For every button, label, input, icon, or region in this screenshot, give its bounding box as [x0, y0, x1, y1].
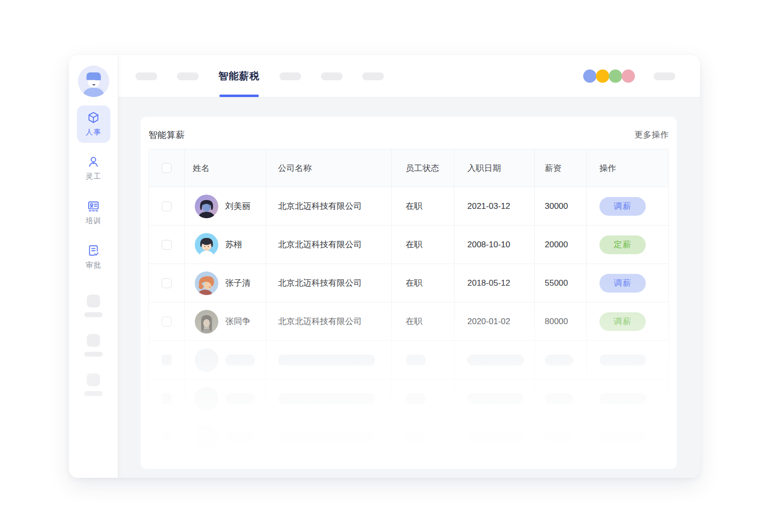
table-row: 张同争 北京北迈科技有限公司 在职 2020-01-02 80000 调薪: [149, 302, 668, 341]
column-header-name: 姓名: [185, 149, 266, 187]
salary: 55000: [535, 264, 587, 302]
tab-placeholder: [280, 72, 301, 80]
user-avatar[interactable]: [78, 66, 109, 97]
status-dot: [596, 69, 609, 83]
column-header-company: 公司名称: [266, 149, 392, 187]
card-header: 智能算薪 更多操作: [148, 117, 669, 149]
tab-placeholder: [321, 72, 343, 80]
table-header-row: 姓名 公司名称 员工状态 入职日期 薪资 操作: [149, 149, 668, 187]
id-card-icon: [87, 200, 100, 213]
skeleton-row: [149, 341, 668, 379]
app-window: 人事 灵工: [69, 55, 700, 478]
topbar-right: [583, 55, 675, 97]
hire-date: 2021-03-12: [454, 187, 535, 226]
row-checkbox[interactable]: [162, 240, 172, 250]
hire-date: 2018-05-12: [454, 264, 535, 302]
topbar-placeholder: [654, 72, 675, 80]
sidebar-item-label: 灵工: [86, 172, 102, 181]
row-checkbox[interactable]: [162, 201, 172, 211]
select-all-checkbox[interactable]: [162, 163, 172, 173]
adjust-salary-button[interactable]: 调薪: [599, 274, 646, 293]
avatar: [195, 233, 218, 257]
column-header-status: 员工状态: [392, 149, 454, 187]
sidebar-skeleton-item: [84, 334, 103, 357]
active-tab-underline: [219, 95, 259, 97]
employee-status: 在职: [392, 264, 454, 302]
adjust-salary-button[interactable]: 调薪: [599, 197, 646, 216]
salary: 20000: [535, 226, 587, 264]
skeleton-row: [149, 379, 668, 418]
table-row: 苏栩 北京北迈科技有限公司 在职 2008-10-10 20000 定薪: [149, 226, 668, 264]
employee-status: 在职: [392, 226, 454, 264]
avatar: [195, 310, 218, 333]
sidebar-item-hr[interactable]: 人事: [77, 105, 110, 143]
sidebar-item-label: 培训: [86, 216, 102, 226]
status-dot: [583, 69, 596, 83]
company-name: 北京北迈科技有限公司: [266, 187, 392, 226]
tab-bar: 智能薪税: [136, 55, 384, 97]
payroll-table: 姓名 公司名称 员工状态 入职日期 薪资 操作: [148, 149, 669, 457]
tab-placeholder: [362, 72, 384, 80]
company-name: 北京北迈科技有限公司: [266, 302, 392, 341]
salary: 30000: [535, 187, 587, 226]
sidebar-skeleton-item: [84, 373, 103, 396]
row-checkbox[interactable]: [162, 317, 172, 327]
employee-name: 张同争: [225, 316, 250, 327]
sidebar-skeleton-items: [84, 295, 103, 413]
column-header-hire-date: 入职日期: [454, 149, 535, 187]
more-actions-link[interactable]: 更多操作: [634, 129, 669, 140]
table-row: 张子清 北京北迈科技有限公司 在职 2018-05-12 55000 调薪: [149, 264, 668, 302]
employee-status: 在职: [392, 302, 454, 341]
row-checkbox[interactable]: [162, 278, 172, 288]
employee-name: 张子清: [225, 277, 250, 289]
tab-placeholder: [177, 72, 199, 80]
sidebar-item-training[interactable]: 培训: [77, 194, 110, 232]
cube-icon: [87, 111, 100, 124]
sidebar: 人事 灵工: [69, 55, 118, 478]
employee-status: 在职: [392, 187, 454, 226]
skeleton-row: [149, 418, 668, 456]
topbar: 智能薪税: [118, 55, 700, 98]
hire-date: 2008-10-10: [454, 226, 535, 264]
adjust-salary-button[interactable]: 调薪: [599, 312, 646, 331]
main-area: 智能薪税 智能算薪: [118, 55, 700, 478]
column-header-action: 操作: [587, 149, 668, 187]
hire-date: 2020-01-02: [454, 302, 535, 341]
sidebar-item-label: 人事: [86, 128, 102, 137]
document-check-icon: [87, 244, 100, 257]
status-dot: [622, 69, 635, 83]
column-header-salary: 薪资: [535, 149, 587, 187]
sidebar-item-label: 审批: [86, 261, 102, 270]
person-icon: [87, 155, 100, 168]
sidebar-item-approval[interactable]: 审批: [77, 238, 110, 276]
page: 人事 灵工: [0, 0, 769, 532]
salary: 80000: [535, 302, 587, 341]
sidebar-item-gig-worker[interactable]: 灵工: [77, 150, 110, 187]
table-row: 刘美丽 北京北迈科技有限公司 在职 2021-03-12 30000 调薪: [149, 187, 668, 226]
company-name: 北京北迈科技有限公司: [266, 264, 392, 302]
user-avatar-illustration: [78, 66, 109, 97]
sidebar-skeleton-item: [84, 295, 103, 317]
card-title: 智能算薪: [148, 129, 185, 141]
avatar: [195, 271, 218, 295]
tab-label: 智能薪税: [218, 69, 260, 83]
set-salary-button[interactable]: 定薪: [599, 235, 646, 254]
company-name: 北京北迈科技有限公司: [266, 226, 392, 264]
employee-name: 苏栩: [225, 239, 242, 250]
status-dot: [609, 69, 622, 83]
tab-smart-payroll-tax[interactable]: 智能薪税: [218, 55, 260, 97]
employee-name: 刘美丽: [225, 200, 250, 212]
content-area: 智能算薪 更多操作 姓名 公司名称 员工状态 入职日期 薪资 操作: [118, 98, 700, 478]
smart-payroll-card: 智能算薪 更多操作 姓名 公司名称 员工状态 入职日期 薪资 操作: [140, 117, 677, 469]
tab-placeholder: [136, 72, 157, 80]
avatar: [195, 195, 218, 218]
